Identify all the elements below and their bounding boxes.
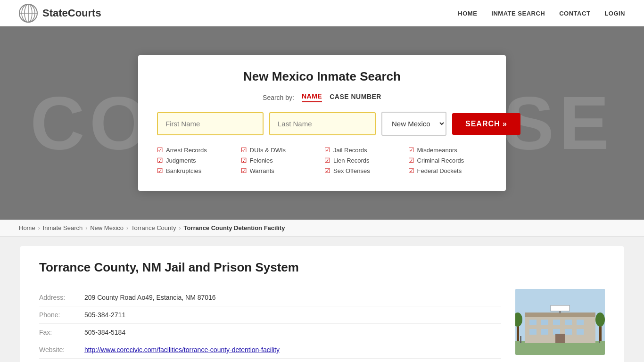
check-label-warr: Warrants (250, 167, 274, 174)
info-table: Address: 209 County Road Ao49, Estancia,… (39, 289, 501, 362)
check-sex-offenses: ☑ Sex Offenses (324, 167, 404, 174)
svg-rect-10 (541, 320, 548, 325)
content-card: Torrance County, NM Jail and Prison Syst… (20, 246, 624, 362)
breadcrumb-sep-4: › (179, 225, 181, 231)
address-row: Address: 209 County Road Ao49, Estancia,… (39, 289, 501, 306)
checkboxes-grid: ☑ Arrest Records ☑ DUIs & DWIs ☑ Jail Re… (157, 146, 487, 174)
tab-case-number[interactable]: CASE NUMBER (330, 93, 381, 102)
check-jail-records: ☑ Jail Records (324, 146, 404, 154)
fax-label: Fax: (39, 329, 77, 336)
svg-point-25 (595, 313, 605, 327)
nav-login[interactable]: LOGIN (604, 10, 625, 17)
nav-contact[interactable]: CONTACT (559, 10, 590, 17)
search-modal-title: New Mexico Inmate Search (157, 69, 487, 84)
check-warrants: ☑ Warrants (241, 167, 320, 174)
facility-title: Torrance County, NM Jail and Prison Syst… (39, 260, 605, 275)
state-select[interactable]: New Mexico Alabama Alaska Arizona Califo… (381, 112, 446, 136)
breadcrumb-torrance-county[interactable]: Torrance County (131, 224, 176, 231)
check-felonies: ☑ Felonies (241, 156, 320, 164)
check-icon-arrest: ☑ (157, 146, 163, 154)
search-button[interactable]: SEARCH » (452, 113, 520, 135)
breadcrumb-new-mexico[interactable]: New Mexico (90, 224, 124, 231)
check-criminal-records: ☑ Criminal Records (408, 156, 487, 164)
nav-home[interactable]: HOME (458, 10, 477, 17)
facility-image (515, 289, 605, 355)
search-by-label: Search by: (263, 94, 294, 101)
check-icon-judg: ☑ (157, 156, 163, 164)
navbar: StateCourts HOME INMATE SEARCH CONTACT L… (0, 0, 644, 26)
search-inputs-row: New Mexico Alabama Alaska Arizona Califo… (157, 112, 487, 136)
svg-rect-15 (541, 329, 548, 335)
check-icon-bank: ☑ (157, 167, 163, 174)
brand-name: StateCourts (42, 7, 101, 19)
phone-row: Phone: 505-384-2711 (39, 306, 501, 324)
check-label-judg: Judgments (166, 157, 196, 164)
check-icon-duis: ☑ (241, 146, 247, 154)
first-name-input[interactable] (157, 112, 264, 135)
brand-logo[interactable]: StateCourts (19, 4, 101, 23)
check-label-felon: Felonies (250, 157, 273, 164)
fax-row: Fax: 505-384-5184 (39, 324, 501, 341)
svg-rect-18 (577, 329, 584, 335)
check-misdemeanors: ☑ Misdemeanors (408, 146, 487, 154)
svg-rect-14 (529, 329, 537, 335)
check-label-crim: Criminal Records (417, 157, 464, 164)
check-icon-warr: ☑ (241, 167, 247, 174)
check-duis: ☑ DUIs & DWIs (241, 146, 320, 154)
check-icon-jail: ☑ (324, 146, 330, 154)
breadcrumb-sep-3: › (126, 225, 128, 231)
nav-inmate-search[interactable]: INMATE SEARCH (491, 10, 545, 17)
website-row: Website: http://www.corecivic.com/facili… (39, 341, 501, 359)
svg-rect-11 (553, 320, 560, 325)
info-layout: Address: 209 County Road Ao49, Estancia,… (39, 289, 605, 362)
check-icon-misd: ☑ (408, 146, 414, 154)
breadcrumb: Home › Inmate Search › New Mexico › Torr… (0, 220, 644, 237)
last-name-input[interactable] (269, 112, 376, 135)
check-label-arrest: Arrest Records (166, 147, 207, 154)
svg-rect-24 (599, 324, 602, 341)
search-modal: New Mexico Inmate Search Search by: NAME… (138, 55, 506, 191)
breadcrumb-sep-2: › (85, 225, 87, 231)
logo-icon (19, 4, 38, 23)
check-icon-crim: ☑ (408, 156, 414, 164)
tab-name[interactable]: NAME (302, 92, 322, 102)
check-label-sex: Sex Offenses (333, 167, 370, 174)
svg-rect-22 (517, 324, 519, 341)
check-icon-fed: ☑ (408, 167, 414, 174)
hero-banner: COURTHOUSE New Mexico Inmate Search Sear… (0, 26, 644, 220)
svg-rect-12 (565, 320, 572, 325)
check-bankruptcies: ☑ Bankruptcies (157, 167, 236, 174)
breadcrumb-home[interactable]: Home (19, 224, 35, 231)
check-judgments: ☑ Judgments (157, 156, 236, 164)
facebook-row: Facebook: https://www.facebook.com/pages… (39, 359, 501, 362)
nav-links: HOME INMATE SEARCH CONTACT LOGIN (458, 9, 625, 17)
check-label-bank: Bankruptcies (166, 167, 201, 174)
phone-value: 505-384-2711 (84, 311, 125, 319)
check-label-jail: Jail Records (333, 147, 367, 154)
website-link[interactable]: http://www.corecivic.com/facilities/torr… (84, 346, 280, 354)
check-label-duis: DUIs & DWIs (250, 147, 286, 154)
website-label: Website: (39, 346, 77, 354)
breadcrumb-current: Torrance County Detention Facility (183, 224, 285, 231)
address-value: 209 County Road Ao49, Estancia, NM 87016 (84, 294, 216, 301)
breadcrumb-inmate-search[interactable]: Inmate Search (43, 224, 83, 231)
check-icon-lien: ☑ (324, 156, 330, 164)
svg-rect-27 (559, 311, 561, 313)
check-lien-records: ☑ Lien Records (324, 156, 404, 164)
check-label-fed: Federal Dockets (417, 167, 462, 174)
svg-rect-20 (520, 336, 521, 343)
check-label-lien: Lien Records (333, 157, 370, 164)
check-icon-felon: ☑ (241, 156, 247, 164)
svg-rect-13 (577, 320, 584, 325)
search-by-row: Search by: NAME CASE NUMBER (157, 92, 487, 102)
check-federal-dockets: ☑ Federal Dockets (408, 167, 487, 174)
main-content: Torrance County, NM Jail and Prison Syst… (0, 237, 644, 362)
svg-rect-26 (551, 305, 570, 311)
check-label-misd: Misdemeanors (417, 147, 457, 154)
check-icon-sex: ☑ (324, 167, 330, 174)
check-arrest-records: ☑ Arrest Records (157, 146, 236, 154)
breadcrumb-sep-1: › (38, 225, 40, 231)
fax-value: 505-384-5184 (84, 329, 125, 336)
phone-label: Phone: (39, 311, 77, 319)
facility-svg (515, 289, 605, 355)
